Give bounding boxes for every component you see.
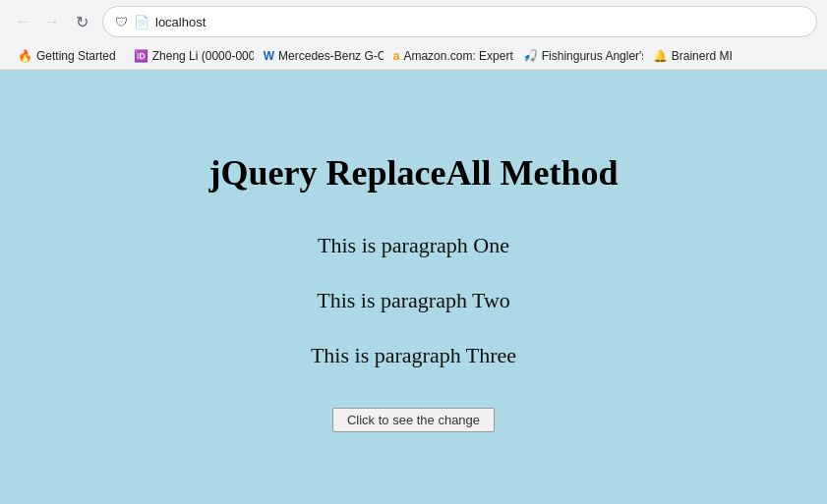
browser-chrome: ← → ↻ 🛡 📄 localhost 🔥 Getting Started 🆔 … xyxy=(0,0,827,71)
bookmark-icon-zheng-li: 🆔 xyxy=(134,49,148,63)
bookmarks-bar: 🔥 Getting Started 🆔 Zheng Li (0000-0002-… xyxy=(0,43,827,70)
paragraph-three: This is paragraph Three xyxy=(311,343,516,368)
bookmark-getting-started[interactable]: 🔥 Getting Started xyxy=(10,46,124,66)
nav-buttons: ← → ↻ xyxy=(10,9,94,34)
bookmark-zheng-li[interactable]: 🆔 Zheng Li (0000-0002-3... xyxy=(126,46,254,66)
security-icon: 🛡 xyxy=(115,15,128,29)
paragraph-two: This is paragraph Two xyxy=(317,288,510,313)
bookmark-icon-fishingurus: 🎣 xyxy=(523,49,538,63)
bookmark-label-zheng-li: Zheng Li (0000-0002-3... xyxy=(152,49,254,63)
bookmark-icon-mercedes: W xyxy=(264,49,274,63)
reload-button[interactable]: ↻ xyxy=(69,9,94,34)
bookmark-amazon[interactable]: a Amazon.com: ExpertP... xyxy=(385,46,513,66)
browser-toolbar: ← → ↻ 🛡 📄 localhost xyxy=(0,0,827,43)
bookmark-brainerd[interactable]: 🔔 Brainerd MI xyxy=(645,46,740,66)
page-icon: 📄 xyxy=(134,15,149,29)
bookmark-label-fishingurus: Fishingurus Angler's I... xyxy=(542,49,643,63)
back-button[interactable]: ← xyxy=(10,9,35,34)
paragraph-one: This is paragraph One xyxy=(318,233,509,258)
bookmark-icon-getting-started: 🔥 xyxy=(18,49,32,63)
bookmark-mercedes[interactable]: W Mercedes-Benz G-Clas... xyxy=(256,46,384,66)
page-content: jQuery ReplaceAll Method This is paragra… xyxy=(0,71,827,504)
bookmark-label-getting-started: Getting Started xyxy=(36,49,116,63)
forward-button[interactable]: → xyxy=(39,9,65,34)
bookmark-label-brainerd: Brainerd MI xyxy=(672,49,733,63)
bookmark-icon-amazon: a xyxy=(393,49,400,63)
address-text: localhost xyxy=(155,15,804,29)
address-bar-container[interactable]: 🛡 📄 localhost xyxy=(102,6,817,37)
bookmark-label-mercedes: Mercedes-Benz G-Clas... xyxy=(278,49,384,63)
bookmark-fishingurus[interactable]: 🎣 Fishingurus Angler's I... xyxy=(515,46,643,66)
bookmark-label-amazon: Amazon.com: ExpertP... xyxy=(403,49,512,63)
bookmark-icon-brainerd: 🔔 xyxy=(653,49,668,63)
page-title: jQuery ReplaceAll Method xyxy=(209,152,619,194)
see-change-button[interactable]: Click to see the change xyxy=(332,408,495,432)
